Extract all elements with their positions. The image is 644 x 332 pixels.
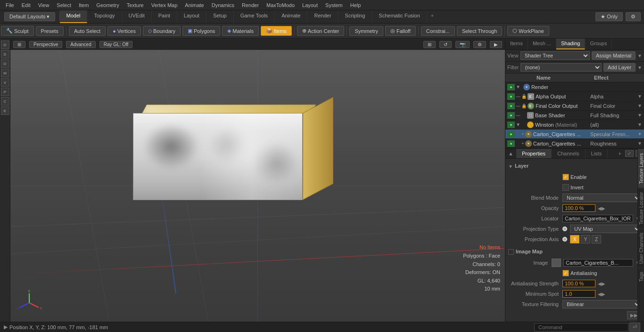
props-tab-lists[interactable]: Lists <box>586 149 608 158</box>
base-dropdown[interactable]: ▼ <box>637 113 642 118</box>
min-spot-input[interactable] <box>562 290 595 298</box>
proj-type-select[interactable]: UV Map <box>570 225 641 233</box>
locator-input[interactable] <box>562 215 633 222</box>
image-input[interactable] <box>563 259 633 267</box>
assign-material-btn[interactable]: Assign Material <box>592 51 636 60</box>
eye-alpha[interactable]: ● <box>507 93 515 100</box>
axis-z-btn[interactable]: Z <box>592 235 601 243</box>
plus-carton1[interactable]: + <box>521 131 524 137</box>
left-btn-2[interactable]: D <box>1 50 9 58</box>
materials-btn[interactable]: ◈ Materials <box>222 26 259 36</box>
tree-row-carton1[interactable]: ● + ● Carton_Cigarettes ... Specular Fre… <box>505 130 644 139</box>
mode-tab-topology[interactable]: Topology <box>87 10 122 23</box>
vp-more-btn[interactable]: ▶ <box>490 41 502 48</box>
vp-perspective-btn[interactable]: Perspective <box>29 41 62 48</box>
axis-x-btn[interactable]: X <box>570 235 579 243</box>
alpha-dropdown[interactable]: ▼ <box>637 94 642 99</box>
command-exec-btn[interactable]: ⏎ <box>629 323 640 332</box>
mode-tab-render[interactable]: Render <box>307 10 338 23</box>
side-tab-texture-layers[interactable]: Texture Layers <box>638 149 644 188</box>
mode-tab-model[interactable]: Model <box>60 10 88 23</box>
eye-final[interactable]: ● <box>507 103 515 109</box>
invert-checkbox[interactable] <box>562 184 569 191</box>
boundary-btn[interactable]: ◇ Boundary <box>143 26 181 36</box>
mode-tab-layout[interactable]: Layout <box>177 10 206 23</box>
side-tab-user-channels[interactable]: User Channels <box>638 228 644 267</box>
eye-carton2[interactable]: ● <box>507 140 515 147</box>
menu-geometry[interactable]: Geometry <box>92 1 123 9</box>
carton2-dropdown[interactable]: ▼ <box>637 141 642 146</box>
opacity-arrow[interactable]: ◀▶ <box>597 206 606 211</box>
min-spot-arrow[interactable]: ◀▶ <box>597 292 606 297</box>
status-arrow[interactable]: ▶ <box>4 324 8 330</box>
presets-btn[interactable]: Presets <box>36 26 64 36</box>
symmetry-btn[interactable]: Symmetry <box>349 26 383 36</box>
menu-edit[interactable]: Edit <box>18 1 34 9</box>
vertices-btn[interactable]: ● Vertices <box>107 26 141 36</box>
menu-render[interactable]: Render <box>238 1 263 9</box>
add-mode-btn[interactable]: + <box>427 10 438 23</box>
falloff-btn[interactable]: ◎ Falloff <box>385 26 416 36</box>
left-btn-3[interactable]: D <box>1 59 9 68</box>
menu-select[interactable]: Select <box>53 1 75 9</box>
axis-y-btn[interactable]: Y <box>581 235 590 243</box>
image-map-checkbox[interactable] <box>508 249 514 255</box>
props-tab-channels[interactable]: Channels <box>552 149 585 158</box>
vp-icons-btn[interactable]: ⊞ <box>423 41 436 48</box>
left-btn-7[interactable]: C <box>1 97 9 105</box>
menu-view[interactable]: View <box>34 1 53 9</box>
props-tab-add[interactable]: + <box>615 149 625 158</box>
vp-reset-btn[interactable]: ↺ <box>439 41 452 48</box>
arrow-expand-winston[interactable]: ▼ <box>516 122 520 127</box>
opacity-input[interactable] <box>562 204 595 212</box>
menu-texture[interactable]: Texture <box>123 1 148 9</box>
mode-tab-setup[interactable]: Setup <box>206 10 234 23</box>
left-btn-8[interactable]: E <box>1 106 9 115</box>
aa-strength-input[interactable] <box>562 280 595 287</box>
final-dropdown[interactable]: ▼ <box>637 103 642 108</box>
props-expand-icon[interactable]: ⤢ <box>625 150 634 157</box>
vp-advanced-btn[interactable]: Advanced <box>66 41 95 48</box>
panel-tab-groups[interactable]: Groups <box>585 39 612 49</box>
panel-tab-shading[interactable]: Shading <box>556 39 585 49</box>
aa-checkbox[interactable] <box>562 270 569 276</box>
items-btn[interactable]: 📦 Items <box>261 26 292 36</box>
blend-mode-select[interactable]: Normal <box>562 194 641 202</box>
settings-btn[interactable]: ⚙ <box>626 12 641 21</box>
only-btn[interactable]: ★ Only <box>595 12 623 21</box>
viewport[interactable]: ⊞ Perspective Advanced Ray GL: Off ⊞ ↺ 📷… <box>10 39 505 322</box>
constraint-btn[interactable]: Constrai... <box>421 26 455 36</box>
menu-animate[interactable]: Animate <box>181 1 207 9</box>
mode-tab-animate[interactable]: Animate <box>275 10 307 23</box>
add-layer-btn[interactable]: Add Layer <box>603 63 636 72</box>
vp-raygl-btn[interactable]: Ray GL: Off <box>99 41 133 48</box>
menu-file[interactable]: File <box>2 1 18 9</box>
vp-settings-btn[interactable]: ⚙ <box>473 41 486 48</box>
tex-filtering-select[interactable]: Bilinear <box>562 300 641 308</box>
menu-maxtomodo[interactable]: MaxToModo <box>263 1 298 9</box>
menu-vertex-map[interactable]: Vertex Map <box>148 1 182 9</box>
tree-row-carton2[interactable]: ● + ● Carton_Cigarettes ... Roughness ▼ <box>505 139 644 148</box>
side-tab-tags[interactable]: Tags <box>638 267 644 285</box>
mode-tab-scripting[interactable]: Scripting <box>339 10 372 23</box>
workplane-btn[interactable]: ⬡ WorkPlane <box>507 26 549 36</box>
filter-select[interactable]: (none) <box>520 63 601 72</box>
menu-layout[interactable]: Layout <box>298 1 322 9</box>
plus-carton2[interactable]: + <box>521 141 524 146</box>
expand-render[interactable]: ▼ <box>516 84 520 89</box>
polygons-btn[interactable]: ▣ Polygons <box>182 26 220 36</box>
eye-winston[interactable]: ● <box>507 121 515 128</box>
left-btn-1[interactable]: D <box>1 40 9 49</box>
menu-item[interactable]: Item <box>75 1 92 9</box>
menu-help[interactable]: Help <box>347 1 365 9</box>
mode-tab-paint[interactable]: Paint <box>152 10 177 23</box>
tree-row-final[interactable]: ● — 🔒 ◧ Final Color Output Final Color ▼ <box>505 101 644 111</box>
tree-row-winston[interactable]: ● ▼ ⬡ Winston (Material) (all) ▼ <box>505 120 644 130</box>
sculpt-btn[interactable]: 🔧 Sculpt <box>1 26 34 36</box>
carton1-dropdown[interactable]: ▼ <box>637 131 642 137</box>
select-through-btn[interactable]: Select Through <box>457 26 502 36</box>
auto-select-btn[interactable]: Auto Select <box>69 26 106 36</box>
tree-row-render[interactable]: ● ▼ ● Render <box>505 82 644 92</box>
menu-dynamics[interactable]: Dynamics <box>208 1 238 9</box>
eye-base[interactable]: ● <box>507 112 515 119</box>
